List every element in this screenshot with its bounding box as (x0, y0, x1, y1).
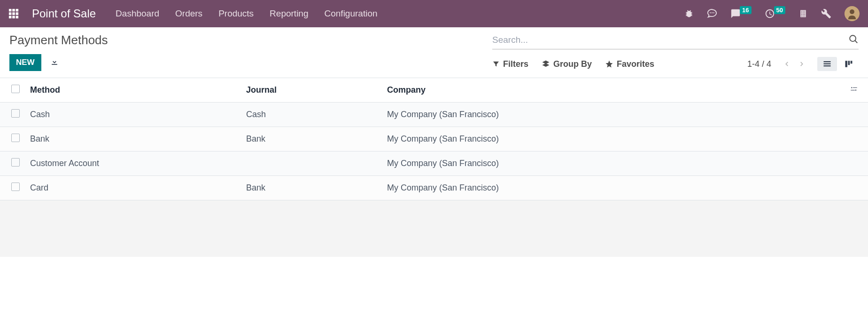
table-row[interactable]: Customer Account My Company (San Francis… (0, 151, 868, 176)
phone-icon[interactable] (707, 8, 717, 19)
nav-item-reporting[interactable]: Reporting (270, 8, 308, 19)
svg-rect-3 (9, 12, 12, 15)
svg-point-11 (713, 12, 714, 13)
top-navbar: Point of Sale Dashboard Orders Products … (0, 0, 868, 27)
header-company[interactable]: Company (382, 78, 845, 103)
bug-icon[interactable] (684, 9, 694, 18)
table-row[interactable]: Bank Bank My Company (San Francisco) (0, 127, 868, 151)
cell-journal: Bank (241, 127, 382, 151)
search-input[interactable] (492, 33, 848, 47)
columns-options-icon[interactable] (849, 85, 859, 95)
svg-point-9 (710, 12, 711, 13)
svg-rect-20 (848, 61, 850, 65)
filters-label: Filters (503, 59, 528, 69)
row-checkbox[interactable] (11, 183, 20, 191)
cell-company: My Company (San Francisco) (382, 103, 845, 127)
svg-point-22 (851, 87, 852, 88)
svg-point-24 (855, 89, 857, 91)
cell-method: Bank (25, 127, 241, 151)
svg-rect-5 (16, 12, 19, 15)
table-row[interactable]: Card Bank My Company (San Francisco) (0, 176, 868, 200)
svg-rect-1 (12, 9, 15, 12)
svg-rect-21 (851, 61, 852, 64)
pager-text[interactable]: 1-4 / 4 (747, 59, 771, 69)
cell-company: My Company (San Francisco) (382, 151, 845, 176)
svg-rect-23 (853, 87, 857, 88)
cell-company: My Company (San Francisco) (382, 176, 845, 200)
svg-line-15 (855, 40, 857, 43)
svg-rect-2 (16, 9, 19, 12)
table-row[interactable]: Cash Cash My Company (San Francisco) (0, 103, 868, 127)
tools-icon[interactable] (821, 8, 831, 19)
import-icon[interactable] (50, 57, 59, 68)
svg-rect-0 (9, 9, 12, 12)
messages-badge: 16 (740, 6, 751, 14)
cell-method: Customer Account (25, 151, 241, 176)
new-button[interactable]: NEW (9, 54, 41, 71)
filters-button[interactable]: Filters (492, 59, 528, 69)
select-all-checkbox[interactable] (11, 85, 20, 93)
favorites-button[interactable]: Favorites (605, 59, 654, 69)
header-method[interactable]: Method (25, 78, 241, 103)
building-icon[interactable] (798, 9, 808, 18)
row-checkbox[interactable] (11, 134, 20, 142)
row-checkbox[interactable] (11, 158, 20, 167)
groupby-label: Group By (553, 59, 592, 69)
svg-rect-8 (16, 16, 19, 19)
cell-journal (241, 151, 382, 176)
nav-item-dashboard[interactable]: Dashboard (116, 8, 159, 19)
apps-icon[interactable] (8, 8, 19, 19)
nav-item-products[interactable]: Products (218, 8, 254, 19)
pager-next[interactable] (796, 58, 808, 70)
cell-company: My Company (San Francisco) (382, 127, 845, 151)
groupby-button[interactable]: Group By (542, 59, 592, 69)
activities-badge: 50 (774, 6, 785, 14)
list-view-button[interactable] (817, 57, 837, 71)
svg-rect-19 (845, 61, 848, 67)
svg-rect-16 (824, 61, 831, 62)
cell-journal: Cash (241, 103, 382, 127)
svg-rect-18 (824, 65, 831, 66)
svg-rect-6 (9, 16, 12, 19)
pager-prev[interactable] (781, 58, 793, 70)
nav-item-configuration[interactable]: Configuration (325, 8, 378, 19)
nav-menu: Dashboard Orders Products Reporting Conf… (116, 8, 377, 19)
messages-icon[interactable]: 16 (730, 8, 751, 19)
svg-point-13 (850, 9, 854, 14)
app-title[interactable]: Point of Sale (32, 7, 96, 20)
svg-point-14 (850, 35, 856, 41)
nav-item-orders[interactable]: Orders (175, 8, 202, 19)
favorites-label: Favorites (617, 59, 654, 69)
svg-rect-4 (12, 12, 15, 15)
svg-rect-17 (824, 64, 831, 64)
control-panel: Payment Methods NEW Filters Group (0, 27, 868, 78)
header-journal[interactable]: Journal (241, 78, 382, 103)
page-title: Payment Methods (9, 33, 108, 48)
row-checkbox[interactable] (11, 109, 20, 118)
cell-method: Card (25, 176, 241, 200)
svg-rect-7 (12, 16, 15, 19)
payment-methods-table: Method Journal Company Cash Cash My Comp… (0, 78, 868, 200)
cell-method: Cash (25, 103, 241, 127)
avatar[interactable] (845, 6, 860, 21)
footer-space (0, 200, 868, 257)
svg-point-10 (712, 12, 713, 13)
kanban-view-button[interactable] (839, 57, 859, 71)
clock-icon[interactable]: 50 (765, 8, 785, 19)
svg-rect-25 (851, 90, 855, 90)
cell-journal: Bank (241, 176, 382, 200)
search-icon[interactable] (848, 34, 859, 46)
